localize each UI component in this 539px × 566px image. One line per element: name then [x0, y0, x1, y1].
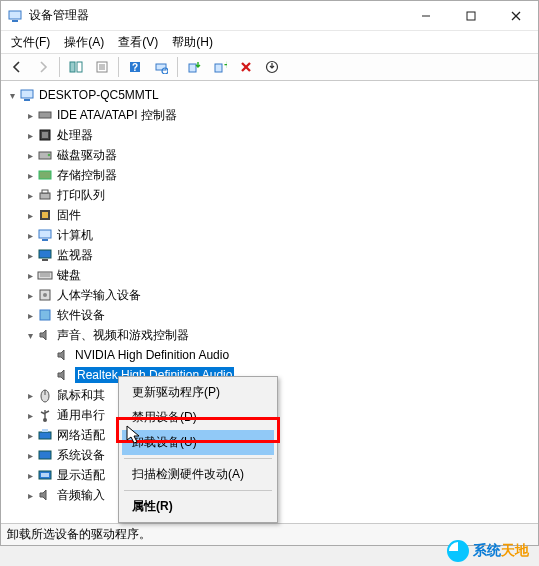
svg-rect-34: [39, 230, 51, 238]
chevron-right-icon[interactable]: ▸: [23, 170, 37, 181]
ctx-update-driver[interactable]: 更新驱动程序(P): [122, 380, 274, 405]
tree-item-label: 声音、视频和游戏控制器: [57, 327, 189, 344]
chevron-right-icon[interactable]: ▸: [23, 290, 37, 301]
tree-item-label: 网络适配: [57, 427, 105, 444]
back-button[interactable]: [5, 56, 29, 78]
scan-hardware-button[interactable]: [149, 56, 173, 78]
chevron-down-icon[interactable]: ▾: [5, 90, 19, 101]
chevron-right-icon[interactable]: ▸: [23, 310, 37, 321]
menubar: 文件(F) 操作(A) 查看(V) 帮助(H): [1, 31, 538, 53]
chevron-right-icon[interactable]: ▸: [23, 150, 37, 161]
tree-item-label: IDE ATA/ATAPI 控制器: [57, 107, 177, 124]
ctx-disable-device[interactable]: 禁用设备(D): [122, 405, 274, 430]
ctx-uninstall-device[interactable]: 卸载设备(U): [122, 430, 274, 455]
tree-item-label: 处理器: [57, 127, 93, 144]
toolbar: ? +: [1, 53, 538, 81]
window-title: 设备管理器: [29, 7, 403, 24]
chevron-down-icon[interactable]: ▾: [23, 330, 37, 341]
minimize-button[interactable]: [403, 1, 448, 30]
tree-item-label: 键盘: [57, 267, 81, 284]
tree-item-label: 磁盘驱动器: [57, 147, 117, 164]
tree-item[interactable]: ▸磁盘驱动器: [1, 145, 538, 165]
tree-item[interactable]: ▸打印队列: [1, 185, 538, 205]
chevron-right-icon[interactable]: ▸: [23, 270, 37, 281]
chevron-right-icon[interactable]: ▸: [23, 490, 37, 501]
chevron-right-icon[interactable]: ▸: [23, 250, 37, 261]
menu-file[interactable]: 文件(F): [5, 32, 56, 53]
tree-item[interactable]: ▸软件设备: [1, 305, 538, 325]
svg-rect-36: [39, 250, 51, 258]
tree-item-label: 显示适配: [57, 467, 105, 484]
chevron-right-icon[interactable]: ▸: [23, 450, 37, 461]
chevron-right-icon[interactable]: ▸: [23, 110, 37, 121]
chevron-right-icon[interactable]: ▸: [23, 190, 37, 201]
svg-rect-6: [70, 62, 75, 72]
svg-rect-43: [40, 310, 50, 320]
update-driver-button[interactable]: [182, 56, 206, 78]
close-button[interactable]: [493, 1, 538, 30]
tree-item[interactable]: ▸处理器: [1, 125, 538, 145]
context-menu: 更新驱动程序(P) 禁用设备(D) 卸载设备(U) 扫描检测硬件改动(A) 属性…: [118, 376, 278, 523]
tree-item[interactable]: ▸人体学输入设备: [1, 285, 538, 305]
app-icon: [7, 8, 23, 24]
svg-rect-1: [12, 20, 18, 22]
chevron-right-icon[interactable]: ▸: [23, 470, 37, 481]
audio-device-icon: [55, 347, 71, 363]
tree-item-sound[interactable]: ▾声音、视频和游戏控制器: [1, 325, 538, 345]
watermark-text-2: 天地: [501, 542, 529, 558]
tree-item[interactable]: ▸存储控制器: [1, 165, 538, 185]
add-legacy-button[interactable]: +: [208, 56, 232, 78]
ctx-scan-hardware[interactable]: 扫描检测硬件改动(A): [122, 462, 274, 487]
tree-item-label: 打印队列: [57, 187, 105, 204]
uninstall-device-button[interactable]: [234, 56, 258, 78]
processor-icon: [37, 127, 53, 143]
computer-icon: [19, 87, 35, 103]
svg-rect-16: [189, 64, 196, 72]
menu-view[interactable]: 查看(V): [112, 32, 164, 53]
chevron-right-icon[interactable]: ▸: [23, 410, 37, 421]
tree-item-label: NVIDIA High Definition Audio: [75, 348, 229, 362]
ctx-properties[interactable]: 属性(R): [122, 494, 274, 519]
svg-rect-50: [39, 432, 51, 439]
svg-rect-51: [42, 429, 48, 432]
svg-rect-31: [42, 190, 48, 193]
toolbar-separator: [118, 57, 119, 77]
watermark: 系统天地: [447, 540, 529, 562]
maximize-button[interactable]: [448, 1, 493, 30]
tree-item[interactable]: ▸IDE ATA/ATAPI 控制器: [1, 105, 538, 125]
properties-button[interactable]: [90, 56, 114, 78]
svg-rect-29: [39, 171, 51, 179]
chevron-right-icon[interactable]: ▸: [23, 230, 37, 241]
disable-device-button[interactable]: [260, 56, 284, 78]
svg-rect-24: [39, 112, 51, 118]
show-hide-console-button[interactable]: [64, 56, 88, 78]
window-controls: [403, 1, 538, 30]
watermark-logo-icon: [447, 540, 469, 562]
chevron-right-icon[interactable]: ▸: [23, 390, 37, 401]
menu-help[interactable]: 帮助(H): [166, 32, 219, 53]
tree-item[interactable]: ▸键盘: [1, 265, 538, 285]
tree-item[interactable]: ▸计算机: [1, 225, 538, 245]
menu-action[interactable]: 操作(A): [58, 32, 110, 53]
tree-item-label: 音频输入: [57, 487, 105, 504]
software-device-icon: [37, 307, 53, 323]
svg-rect-14: [156, 64, 166, 70]
chevron-right-icon[interactable]: ▸: [23, 210, 37, 221]
svg-rect-3: [467, 12, 475, 20]
tree-item[interactable]: ▸监视器: [1, 245, 538, 265]
svg-rect-33: [42, 212, 48, 218]
tree-item[interactable]: ▸固件: [1, 205, 538, 225]
mouse-icon: [37, 387, 53, 403]
forward-button[interactable]: [31, 56, 55, 78]
tree-item-label: 通用串行: [57, 407, 105, 424]
chevron-right-icon[interactable]: ▸: [23, 130, 37, 141]
chevron-right-icon[interactable]: ▸: [23, 430, 37, 441]
tree-root[interactable]: ▾ DESKTOP-QC5MMTL: [1, 85, 538, 105]
tree-item-nvidia-audio[interactable]: NVIDIA High Definition Audio: [1, 345, 538, 365]
audio-device-icon: [55, 367, 71, 383]
help-button[interactable]: ?: [123, 56, 147, 78]
tree-item-label: 人体学输入设备: [57, 287, 141, 304]
svg-rect-7: [77, 62, 82, 72]
tree-item-label: 系统设备: [57, 447, 105, 464]
context-menu-separator: [124, 458, 272, 459]
